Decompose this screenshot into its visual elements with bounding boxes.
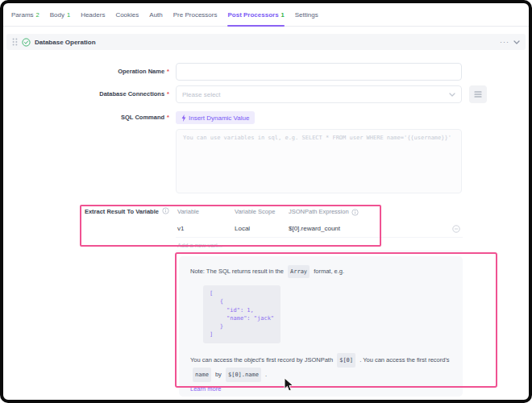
database-operation-header: Database Operation ···	[6, 34, 526, 50]
select-placeholder: Please select	[182, 91, 221, 98]
name-field-chip: name	[193, 368, 211, 382]
lightning-icon	[181, 114, 186, 122]
tab-label: Body	[50, 11, 64, 19]
note-text: You can access the object's first record…	[190, 356, 333, 364]
row-divider	[176, 237, 463, 238]
tab-count-badge: 1	[281, 11, 285, 19]
variable-scope-cell[interactable]: Local	[235, 221, 250, 237]
database-connections-select[interactable]: Please select	[176, 85, 462, 103]
request-tab-bar: Params 2 Body 1 Headers Cookies Auth Pre…	[3, 3, 529, 27]
jsonpath-root-chip: $[0]	[337, 353, 355, 368]
label-text: SQL Command	[121, 114, 164, 121]
note-text: .	[265, 371, 267, 378]
tab-label: Cookies	[115, 11, 139, 19]
tab-label: Settings	[295, 11, 318, 19]
array-code-chip: Array	[288, 265, 310, 278]
tab-label: Params	[11, 11, 34, 19]
tab-label: Pre Processors	[173, 11, 218, 19]
collapse-chevron-icon[interactable]	[513, 40, 520, 44]
minus-circle-icon	[452, 225, 460, 233]
enabled-check-icon[interactable]	[22, 38, 31, 47]
drag-handle-icon[interactable]	[12, 38, 18, 46]
tab-pre-processors[interactable]: Pre Processors	[173, 3, 218, 26]
note-line-1: Note: The SQL returns result in the Arra…	[190, 265, 451, 278]
required-asterisk: *	[167, 90, 169, 98]
note-text: by	[215, 371, 222, 378]
jsonpath-cell[interactable]: $[0].reward_count	[289, 221, 340, 237]
json-example-code-block: [ { "id": 1, "name": "jack" } ]	[203, 285, 281, 343]
tab-label: Auth	[149, 11, 162, 19]
add-variable-row[interactable]: Add a new vari...	[177, 241, 222, 251]
note-text: format, e.g.	[314, 268, 344, 275]
note-text: . You can access the first record's	[360, 356, 450, 364]
operation-name-input[interactable]	[176, 63, 462, 81]
info-icon	[351, 209, 359, 216]
remove-row-button[interactable]	[452, 225, 460, 233]
tab-count-badge: 1	[67, 11, 70, 19]
column-header-variable-scope: Variable Scope	[235, 206, 275, 218]
tab-label: Post Processors	[227, 11, 278, 19]
operation-name-label: Operation Name*	[3, 63, 169, 81]
manage-connections-button[interactable]	[469, 85, 487, 103]
sql-command-label: SQL Command*	[3, 111, 169, 124]
app-window: Params 2 Body 1 Headers Cookies Auth Pre…	[0, 0, 532, 403]
post-processors-panel: Params 2 Body 1 Headers Cookies Auth Pre…	[3, 3, 529, 400]
extract-result-label: Extract Result To Variable	[3, 206, 169, 218]
tab-params[interactable]: Params 2	[11, 3, 39, 26]
label-text: Database Connections	[99, 90, 164, 98]
hamburger-icon	[474, 91, 482, 98]
label-text: Extract Result To Variable	[85, 208, 159, 215]
more-actions-icon[interactable]: ···	[500, 39, 509, 45]
panel-title: Database Operation	[35, 39, 96, 46]
tab-settings[interactable]: Settings	[295, 3, 318, 26]
chip-label: Insert Dynamic Value	[189, 114, 249, 122]
tab-count-badge: 2	[36, 11, 39, 19]
jsonpath-name-chip: $[0].name	[226, 368, 261, 382]
database-connections-label: Database Connections*	[3, 85, 169, 103]
note-text: Note: The SQL returns result in the	[190, 268, 284, 275]
column-header-variable: Variable	[177, 206, 199, 218]
required-asterisk: *	[167, 68, 169, 75]
tab-label: Headers	[81, 11, 105, 19]
insert-dynamic-value-button[interactable]: Insert Dynamic Value	[176, 111, 255, 124]
tab-cookies[interactable]: Cookies	[115, 3, 139, 26]
row-divider	[176, 251, 463, 251]
learn-more-link[interactable]: Learn more	[190, 385, 221, 393]
variable-cell[interactable]: v1	[177, 221, 184, 237]
required-asterisk: *	[167, 114, 169, 121]
tab-headers[interactable]: Headers	[81, 3, 105, 26]
note-line-2: You can access the object's first record…	[190, 353, 453, 382]
tab-auth[interactable]: Auth	[149, 3, 162, 26]
info-icon	[162, 207, 169, 214]
sql-result-note: Note: The SQL returns result in the Arra…	[179, 256, 463, 397]
sql-command-textarea[interactable]	[176, 129, 462, 193]
column-header-jsonpath: JSONPath Expression	[289, 206, 359, 218]
chevron-down-icon	[449, 93, 455, 97]
tab-post-processors[interactable]: Post Processors 1	[227, 3, 284, 26]
tab-body[interactable]: Body 1	[50, 3, 70, 26]
label-text: Operation Name	[118, 68, 164, 75]
